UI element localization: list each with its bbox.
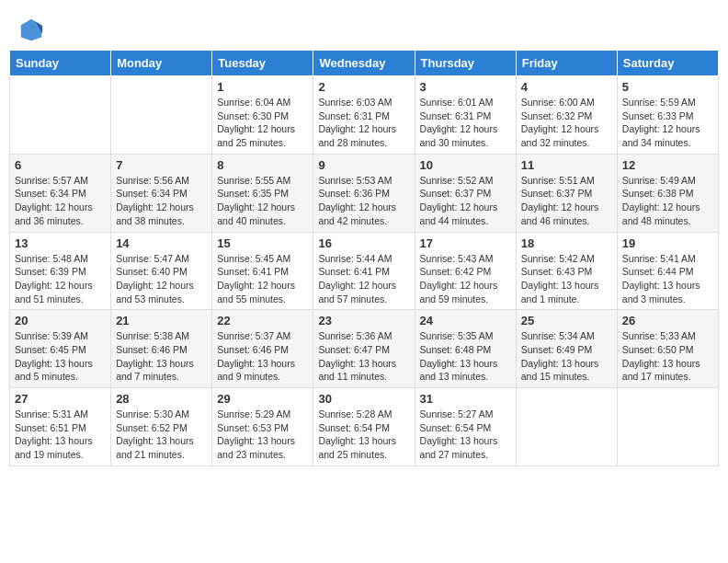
day-info: Sunrise: 5:59 AM Sunset: 6:33 PM Dayligh… bbox=[622, 96, 713, 150]
day-info: Sunrise: 5:48 AM Sunset: 6:39 PM Dayligh… bbox=[15, 252, 106, 306]
calendar-cell: 8Sunrise: 5:55 AM Sunset: 6:35 PM Daylig… bbox=[212, 154, 313, 232]
calendar-cell: 16Sunrise: 5:44 AM Sunset: 6:41 PM Dayli… bbox=[313, 232, 415, 310]
day-info: Sunrise: 5:38 AM Sunset: 6:46 PM Dayligh… bbox=[116, 329, 207, 384]
calendar-cell: 4Sunrise: 6:00 AM Sunset: 6:32 PM Daylig… bbox=[516, 76, 617, 155]
day-info: Sunrise: 5:33 AM Sunset: 6:50 PM Dayligh… bbox=[622, 329, 713, 384]
calendar-week-row: 20Sunrise: 5:39 AM Sunset: 6:45 PM Dayli… bbox=[10, 310, 719, 388]
day-info: Sunrise: 5:36 AM Sunset: 6:47 PM Dayligh… bbox=[318, 329, 409, 384]
day-header-thursday: Thursday bbox=[415, 51, 516, 76]
day-info: Sunrise: 5:56 AM Sunset: 6:34 PM Dayligh… bbox=[116, 174, 207, 228]
day-number: 20 bbox=[15, 314, 106, 327]
calendar-cell bbox=[10, 76, 111, 155]
calendar-cell: 21Sunrise: 5:38 AM Sunset: 6:46 PM Dayli… bbox=[111, 310, 212, 388]
day-number: 5 bbox=[622, 80, 713, 94]
day-header-wednesday: Wednesday bbox=[313, 51, 415, 76]
day-number: 10 bbox=[420, 158, 511, 172]
day-info: Sunrise: 5:51 AM Sunset: 6:37 PM Dayligh… bbox=[521, 174, 612, 228]
day-info: Sunrise: 5:42 AM Sunset: 6:43 PM Dayligh… bbox=[521, 252, 612, 306]
calendar-cell: 18Sunrise: 5:42 AM Sunset: 6:43 PM Dayli… bbox=[516, 232, 617, 310]
day-info: Sunrise: 5:31 AM Sunset: 6:51 PM Dayligh… bbox=[15, 408, 106, 462]
calendar-week-row: 1Sunrise: 6:04 AM Sunset: 6:30 PM Daylig… bbox=[10, 76, 719, 155]
day-number: 24 bbox=[420, 314, 511, 327]
day-info: Sunrise: 6:03 AM Sunset: 6:31 PM Dayligh… bbox=[318, 96, 409, 150]
day-number: 11 bbox=[521, 158, 612, 172]
day-number: 29 bbox=[217, 392, 308, 406]
calendar-cell: 1Sunrise: 6:04 AM Sunset: 6:30 PM Daylig… bbox=[212, 76, 313, 155]
day-info: Sunrise: 5:44 AM Sunset: 6:41 PM Dayligh… bbox=[318, 252, 409, 306]
day-info: Sunrise: 5:57 AM Sunset: 6:34 PM Dayligh… bbox=[15, 174, 106, 228]
day-number: 25 bbox=[521, 314, 612, 327]
calendar-cell: 25Sunrise: 5:34 AM Sunset: 6:49 PM Dayli… bbox=[516, 310, 617, 388]
day-info: Sunrise: 6:00 AM Sunset: 6:32 PM Dayligh… bbox=[521, 96, 612, 150]
day-info: Sunrise: 5:28 AM Sunset: 6:54 PM Dayligh… bbox=[318, 408, 409, 462]
calendar-cell: 2Sunrise: 6:03 AM Sunset: 6:31 PM Daylig… bbox=[313, 76, 415, 155]
day-number: 13 bbox=[15, 236, 106, 250]
day-number: 7 bbox=[116, 158, 207, 172]
calendar-cell: 10Sunrise: 5:52 AM Sunset: 6:37 PM Dayli… bbox=[415, 154, 516, 232]
day-header-row: SundayMondayTuesdayWednesdayThursdayFrid… bbox=[10, 51, 719, 76]
day-info: Sunrise: 5:52 AM Sunset: 6:37 PM Dayligh… bbox=[420, 174, 511, 228]
calendar-cell: 6Sunrise: 5:57 AM Sunset: 6:34 PM Daylig… bbox=[10, 154, 111, 232]
calendar-cell: 29Sunrise: 5:29 AM Sunset: 6:53 PM Dayli… bbox=[212, 388, 313, 466]
calendar-cell: 5Sunrise: 5:59 AM Sunset: 6:33 PM Daylig… bbox=[617, 76, 718, 155]
day-number: 2 bbox=[318, 80, 409, 94]
day-header-friday: Friday bbox=[516, 51, 617, 76]
calendar-cell: 15Sunrise: 5:45 AM Sunset: 6:41 PM Dayli… bbox=[212, 232, 313, 310]
calendar-cell bbox=[111, 76, 212, 155]
calendar-cell: 11Sunrise: 5:51 AM Sunset: 6:37 PM Dayli… bbox=[516, 154, 617, 232]
calendar-cell: 20Sunrise: 5:39 AM Sunset: 6:45 PM Dayli… bbox=[10, 310, 111, 388]
calendar-cell: 28Sunrise: 5:30 AM Sunset: 6:52 PM Dayli… bbox=[111, 388, 212, 466]
calendar-cell: 30Sunrise: 5:28 AM Sunset: 6:54 PM Dayli… bbox=[313, 388, 415, 466]
day-number: 12 bbox=[622, 158, 713, 172]
day-header-tuesday: Tuesday bbox=[212, 51, 313, 76]
calendar-cell: 26Sunrise: 5:33 AM Sunset: 6:50 PM Dayli… bbox=[617, 310, 718, 388]
day-info: Sunrise: 5:45 AM Sunset: 6:41 PM Dayligh… bbox=[217, 252, 308, 306]
calendar-week-row: 6Sunrise: 5:57 AM Sunset: 6:34 PM Daylig… bbox=[10, 154, 719, 232]
day-info: Sunrise: 5:39 AM Sunset: 6:45 PM Dayligh… bbox=[15, 329, 106, 384]
calendar-cell: 19Sunrise: 5:41 AM Sunset: 6:44 PM Dayli… bbox=[617, 232, 718, 310]
day-info: Sunrise: 5:49 AM Sunset: 6:38 PM Dayligh… bbox=[622, 174, 713, 228]
calendar-cell: 27Sunrise: 5:31 AM Sunset: 6:51 PM Dayli… bbox=[10, 388, 111, 466]
day-number: 27 bbox=[15, 392, 106, 406]
page-header bbox=[9, 9, 719, 46]
day-number: 19 bbox=[622, 236, 713, 250]
calendar-cell: 14Sunrise: 5:47 AM Sunset: 6:40 PM Dayli… bbox=[111, 232, 212, 310]
calendar-cell: 7Sunrise: 5:56 AM Sunset: 6:34 PM Daylig… bbox=[111, 154, 212, 232]
day-info: Sunrise: 5:35 AM Sunset: 6:48 PM Dayligh… bbox=[420, 329, 511, 384]
day-header-sunday: Sunday bbox=[10, 51, 111, 76]
calendar-cell: 23Sunrise: 5:36 AM Sunset: 6:47 PM Dayli… bbox=[313, 310, 415, 388]
day-info: Sunrise: 5:53 AM Sunset: 6:36 PM Dayligh… bbox=[318, 174, 409, 228]
day-number: 15 bbox=[217, 236, 308, 250]
calendar-cell: 13Sunrise: 5:48 AM Sunset: 6:39 PM Dayli… bbox=[10, 232, 111, 310]
day-info: Sunrise: 5:37 AM Sunset: 6:46 PM Dayligh… bbox=[217, 329, 308, 384]
day-info: Sunrise: 5:30 AM Sunset: 6:52 PM Dayligh… bbox=[116, 408, 207, 462]
calendar-cell: 17Sunrise: 5:43 AM Sunset: 6:42 PM Dayli… bbox=[415, 232, 516, 310]
calendar-cell: 24Sunrise: 5:35 AM Sunset: 6:48 PM Dayli… bbox=[415, 310, 516, 388]
logo bbox=[18, 17, 46, 42]
day-number: 21 bbox=[116, 314, 207, 327]
day-number: 8 bbox=[217, 158, 308, 172]
day-info: Sunrise: 6:01 AM Sunset: 6:31 PM Dayligh… bbox=[420, 96, 511, 150]
calendar-cell: 9Sunrise: 5:53 AM Sunset: 6:36 PM Daylig… bbox=[313, 154, 415, 232]
calendar-week-row: 27Sunrise: 5:31 AM Sunset: 6:51 PM Dayli… bbox=[10, 388, 719, 466]
calendar-cell: 12Sunrise: 5:49 AM Sunset: 6:38 PM Dayli… bbox=[617, 154, 718, 232]
calendar-cell: 31Sunrise: 5:27 AM Sunset: 6:54 PM Dayli… bbox=[415, 388, 516, 466]
day-number: 22 bbox=[217, 314, 308, 327]
day-number: 14 bbox=[116, 236, 207, 250]
calendar-cell bbox=[516, 388, 617, 466]
day-info: Sunrise: 5:27 AM Sunset: 6:54 PM Dayligh… bbox=[420, 408, 511, 462]
svg-marker-0 bbox=[21, 19, 41, 40]
day-number: 23 bbox=[318, 314, 409, 327]
day-info: Sunrise: 5:47 AM Sunset: 6:40 PM Dayligh… bbox=[116, 252, 207, 306]
day-info: Sunrise: 5:34 AM Sunset: 6:49 PM Dayligh… bbox=[521, 329, 612, 384]
day-info: Sunrise: 6:04 AM Sunset: 6:30 PM Dayligh… bbox=[217, 96, 308, 150]
calendar-week-row: 13Sunrise: 5:48 AM Sunset: 6:39 PM Dayli… bbox=[10, 232, 719, 310]
calendar-cell bbox=[617, 388, 718, 466]
day-number: 31 bbox=[420, 392, 511, 406]
day-info: Sunrise: 5:29 AM Sunset: 6:53 PM Dayligh… bbox=[217, 408, 308, 462]
day-number: 6 bbox=[15, 158, 106, 172]
day-number: 4 bbox=[521, 80, 612, 94]
day-info: Sunrise: 5:55 AM Sunset: 6:35 PM Dayligh… bbox=[217, 174, 308, 228]
calendar-cell: 22Sunrise: 5:37 AM Sunset: 6:46 PM Dayli… bbox=[212, 310, 313, 388]
day-number: 3 bbox=[420, 80, 511, 94]
